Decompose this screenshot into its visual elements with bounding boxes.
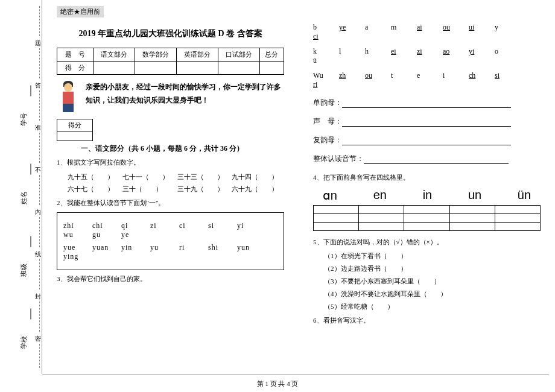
side-label-school: 学校 — [19, 336, 28, 349]
q1-item: 三十（ ） — [122, 185, 162, 192]
py: zi — [417, 47, 441, 56]
py: yuan — [92, 243, 119, 252]
py-row: k l h ei zi ao yi o ü — [313, 47, 541, 65]
py: e — [417, 71, 441, 80]
score-table: 题 号 语文部分 数学部分 英语部分 口试部分 总分 得 分 — [57, 48, 284, 75]
q5: 5、下面的说法对吗，对的（√）错的（×）。 — [313, 237, 541, 248]
q1-item: 七十一（ ） — [122, 173, 169, 180]
category-whole: 整体认读音节： — [313, 154, 541, 164]
py: chi — [92, 221, 119, 230]
py: zi — [150, 221, 177, 230]
score-th: 英语部分 — [176, 48, 218, 62]
py: k — [313, 47, 337, 56]
q5-item: （1）在弱光下看书（ ） — [324, 250, 541, 262]
category-initial: 声 母： — [313, 116, 541, 127]
seal-char: 内 — [35, 208, 41, 217]
mini-score-box: 得分 — [57, 119, 93, 141]
py: i — [443, 71, 467, 80]
score-th: 数学部分 — [135, 48, 177, 62]
intro-row: 亲爱的小朋友，经过一段时间的愉快学习，你一定学到了许多知识，让我们去知识乐园大显… — [57, 81, 284, 114]
py: Wu — [313, 71, 337, 80]
seal-dash — [39, 48, 40, 78]
q1-item: 三十三（ ） — [177, 173, 224, 180]
seal-char: 准 — [35, 124, 41, 132]
py: si — [495, 71, 519, 80]
seal-char: 封 — [35, 292, 41, 301]
py: o — [495, 47, 519, 56]
score-td — [259, 62, 284, 75]
score-td — [218, 62, 259, 75]
page-footer: 第 1 页 共 4 页 — [0, 379, 555, 388]
py: a — [365, 23, 389, 32]
score-th: 总分 — [259, 48, 284, 62]
page-content: 绝密★启用前 2019 年重点幼儿园大班强化训练试题 D 卷 含答案 题 号 语… — [0, 0, 555, 374]
py: ri — [179, 243, 206, 252]
py: yi — [237, 221, 264, 230]
cat-label: 整体认读音节： — [313, 154, 364, 163]
intro-text: 亲爱的小朋友，经过一段时间的愉快学习，你一定学到了许多知识，让我们去知识乐园大显… — [86, 81, 284, 107]
child-icon — [57, 81, 81, 114]
q1-item: 三十九（ ） — [177, 185, 224, 192]
q1-row: 九十五（ ） 七十一（ ） 三十三（ ） 九十四（ ） — [68, 171, 284, 183]
seal-dash — [39, 6, 40, 36]
side-label-class: 班级 — [19, 264, 28, 277]
secret-label: 绝密★启用前 — [57, 6, 104, 17]
seal-char: 答 — [35, 81, 41, 90]
py: l — [339, 47, 363, 56]
seal-dash — [39, 133, 40, 163]
left-column: 绝密★启用前 2019 年重点幼儿园大班强化训练试题 D 卷 含答案 题 号 语… — [42, 0, 299, 374]
py: yun — [237, 243, 264, 252]
big-py: ün — [518, 188, 531, 203]
score-td: 得 分 — [57, 62, 94, 75]
seal-dash — [39, 217, 40, 247]
py: yu — [150, 243, 177, 252]
q1: 1、根据文字写阿拉伯数字。 — [57, 157, 284, 168]
py: ci — [179, 221, 206, 230]
py: yue — [63, 243, 90, 252]
side-blank — [31, 164, 31, 175]
py: shi — [208, 243, 235, 252]
q5-item: （2）边走路边看书（ ） — [324, 262, 541, 275]
blank — [342, 100, 511, 108]
py: ou — [365, 71, 389, 80]
score-th: 语文部分 — [94, 48, 135, 62]
mini-score-label: 得分 — [57, 119, 92, 131]
q5-item: （3）不要把小东西塞到耳朵里（ ） — [324, 275, 541, 288]
py: yi — [469, 47, 493, 56]
binding-rail: 学校 班级 姓名 学号 题 答 准 不 内 线 封 密 — [0, 0, 42, 374]
blank — [342, 118, 511, 127]
py: ye — [339, 23, 363, 32]
blank — [364, 156, 509, 164]
py: zhi — [63, 221, 90, 230]
q2-row: zhi chi qi zi ci si yi wu gu ye — [63, 221, 278, 239]
seal-char: 密 — [35, 335, 41, 343]
exam-title: 2019 年重点幼儿园大班强化训练试题 D 卷 含答案 — [57, 28, 284, 39]
py: ch — [469, 71, 493, 80]
big-py: en — [373, 188, 387, 203]
category-compound: 复韵母： — [313, 135, 541, 145]
side-blank — [31, 86, 31, 96]
py: qi — [121, 221, 148, 230]
q4-big-row: ɑn en in un ün — [313, 188, 541, 203]
side-blank — [31, 309, 31, 320]
py: wu — [63, 230, 90, 239]
py: ao — [443, 47, 467, 56]
big-py: un — [468, 188, 481, 203]
q1-item: 六十七（ ） — [68, 185, 114, 192]
q1-item: 九十五（ ） — [68, 173, 114, 180]
score-th: 题 号 — [57, 48, 94, 62]
big-py: in — [423, 188, 433, 203]
q4: 4、把下面前鼻音写在四线格里。 — [313, 172, 541, 183]
big-py: ɑn — [323, 188, 337, 203]
side-blank — [31, 236, 31, 247]
blank — [342, 137, 511, 145]
py: ou — [443, 23, 467, 32]
mini-score-blank — [57, 131, 92, 141]
py-row: Wu zh ou t e i ch si ri — [313, 71, 541, 89]
score-td — [176, 62, 218, 75]
py: gu — [92, 230, 119, 239]
score-th: 口试部分 — [218, 48, 259, 62]
py: ci — [313, 32, 337, 41]
score-td — [94, 62, 135, 75]
section-heading: 一、语文部分（共 6 小题，每题 6 分，共计 36 分） — [81, 144, 284, 154]
